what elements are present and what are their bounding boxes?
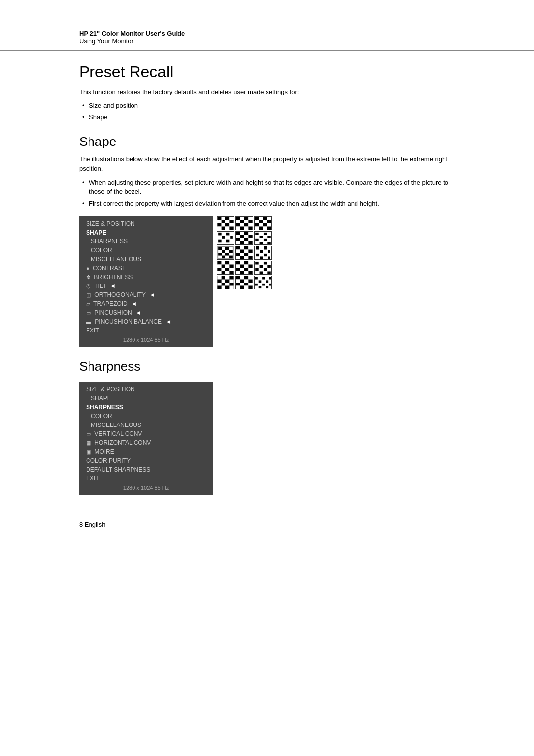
- svg-rect-95: [260, 242, 263, 244]
- svg-rect-63: [230, 240, 233, 243]
- svg-rect-87: [260, 236, 263, 238]
- svg-rect-85: [267, 233, 271, 235]
- svg-rect-35: [255, 217, 259, 220]
- svg-rect-75: [244, 238, 248, 241]
- svg-rect-117: [248, 250, 252, 253]
- content-section: Preset Recall This function restores the…: [0, 63, 534, 495]
- shape-osd-item-tilt: ◎ TILT ◄: [79, 282, 213, 290]
- sharpness-osd-item-moire: ▣ MOIRE: [79, 447, 213, 456]
- svg-rect-151: [229, 265, 233, 268]
- header-section: HP 21" Color Monitor User's Guide Using …: [0, 30, 534, 51]
- svg-rect-108: [229, 256, 232, 259]
- shape-checker-4a: [217, 261, 234, 275]
- svg-rect-166: [240, 265, 244, 268]
- svg-rect-235: [269, 284, 271, 286]
- svg-rect-106: [225, 253, 229, 256]
- svg-rect-142: [268, 256, 270, 259]
- svg-rect-120: [244, 253, 248, 256]
- shape-checker-3a: [217, 246, 234, 260]
- shape-checker-1c: [254, 216, 272, 230]
- sharpness-osd-item-sharpness: SHARPNESS: [79, 403, 213, 412]
- svg-rect-74: [240, 238, 244, 241]
- svg-rect-148: [217, 265, 221, 268]
- svg-rect-113: [248, 246, 252, 250]
- svg-rect-52: [218, 233, 222, 236]
- preset-recall-description: This function restores the factory defau…: [79, 87, 455, 97]
- shape-osd-container: SIZE & POSITION SHAPE SHARPNESS COLOR MI…: [79, 216, 455, 347]
- svg-rect-73: [236, 238, 240, 241]
- svg-rect-129: [264, 246, 267, 250]
- svg-rect-213: [240, 283, 244, 286]
- shape-checker-3c: [254, 246, 272, 260]
- svg-rect-46: [267, 223, 271, 227]
- svg-rect-9: [217, 223, 221, 227]
- svg-rect-163: [244, 261, 248, 265]
- svg-rect-24: [244, 220, 248, 224]
- svg-rect-152: [217, 268, 221, 271]
- svg-rect-49: [263, 227, 267, 230]
- shape-checker-4c: [254, 261, 272, 275]
- svg-rect-69: [236, 235, 240, 238]
- svg-rect-173: [236, 271, 240, 275]
- svg-rect-107: [222, 256, 225, 259]
- preset-recall-bullet-2: Shape: [79, 112, 455, 122]
- svg-rect-12: [229, 223, 233, 227]
- svg-rect-13: [217, 227, 221, 230]
- sharpness-osd-menu: SIZE & POSITION SHAPE SHARPNESS COLOR MI…: [79, 382, 213, 495]
- svg-rect-43: [255, 223, 259, 227]
- svg-rect-219: [248, 286, 252, 289]
- svg-rect-214: [244, 283, 248, 286]
- svg-rect-97: [267, 242, 271, 244]
- svg-rect-179: [260, 262, 263, 265]
- svg-rect-37: [263, 217, 267, 220]
- svg-rect-119: [240, 253, 244, 256]
- svg-rect-137: [264, 254, 267, 257]
- svg-rect-70: [240, 235, 244, 238]
- shape-description: The illustrations below show the effect …: [79, 154, 455, 174]
- svg-rect-40: [259, 220, 263, 224]
- svg-rect-234: [266, 284, 269, 286]
- svg-rect-240: [269, 286, 271, 288]
- svg-rect-198: [229, 280, 233, 283]
- svg-rect-60: [218, 240, 222, 243]
- sharpness-osd-container: SIZE & POSITION SHAPE SHARPNESS COLOR MI…: [79, 382, 455, 495]
- svg-rect-54: [226, 233, 230, 236]
- svg-rect-59: [230, 236, 233, 239]
- svg-rect-191: [260, 271, 263, 274]
- svg-rect-168: [248, 265, 252, 268]
- svg-rect-19: [240, 217, 244, 220]
- svg-rect-236: [255, 286, 258, 288]
- sharpness-osd-item-exit: EXIT: [79, 474, 213, 483]
- svg-rect-36: [259, 217, 263, 220]
- svg-rect-53: [222, 233, 226, 236]
- svg-rect-22: [236, 220, 240, 224]
- svg-rect-172: [248, 268, 252, 271]
- svg-rect-86: [255, 236, 259, 238]
- svg-rect-92: [264, 239, 267, 241]
- shape-checker-5c: [254, 276, 272, 289]
- svg-rect-115: [240, 250, 244, 253]
- shape-osd-item-pincushion: ▭ PINCUSHION ◄: [79, 308, 213, 317]
- svg-rect-136: [260, 254, 264, 257]
- sharpness-osd-item-color: COLOR: [79, 412, 213, 421]
- shape-osd-item-contrast: ● CONTRAST: [79, 264, 213, 273]
- shape-osd-resolution: 1280 x 1024 85 Hz: [79, 335, 213, 344]
- svg-rect-65: [236, 232, 240, 235]
- svg-rect-71: [244, 235, 248, 238]
- preset-recall-title: Preset Recall: [79, 63, 455, 81]
- svg-rect-127: [256, 246, 259, 250]
- shape-image-row-4: [217, 261, 272, 275]
- svg-rect-226: [255, 280, 258, 283]
- svg-rect-67: [244, 232, 248, 235]
- svg-rect-229: [266, 280, 269, 283]
- svg-rect-2: [222, 217, 225, 220]
- svg-rect-111: [240, 246, 244, 250]
- svg-rect-210: [244, 280, 248, 283]
- svg-rect-218: [244, 286, 248, 289]
- svg-rect-150: [225, 265, 229, 268]
- svg-rect-57: [222, 236, 226, 239]
- svg-rect-186: [255, 268, 259, 271]
- svg-rect-228: [262, 280, 265, 283]
- svg-rect-105: [218, 253, 222, 256]
- svg-rect-5: [217, 220, 221, 224]
